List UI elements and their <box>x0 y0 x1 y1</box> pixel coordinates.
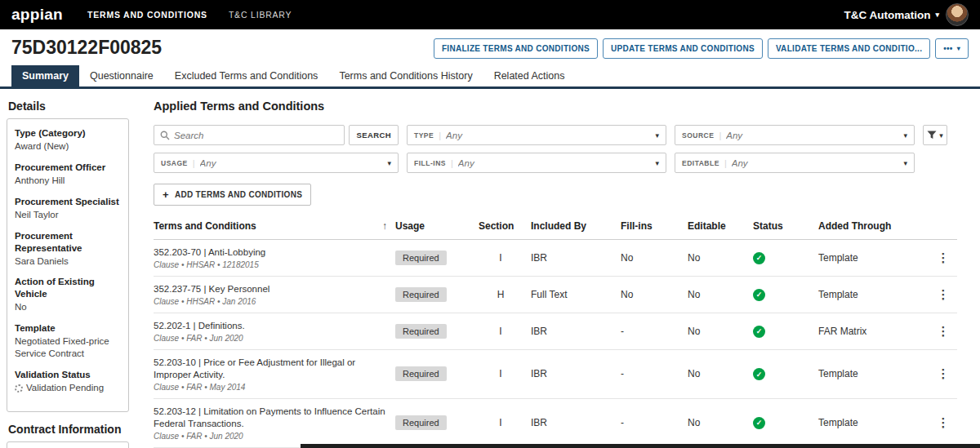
editable-filter-dropdown[interactable]: EDITABLE| Any ▾ <box>675 153 915 173</box>
filter-menu-button[interactable]: ▾ <box>923 125 947 145</box>
status-valid-icon: ✓ <box>753 326 765 338</box>
status-valid-icon: ✓ <box>753 252 765 264</box>
nav-item[interactable]: T&C LIBRARY <box>229 10 292 20</box>
row-menu-icon[interactable]: ⋮ <box>933 415 955 429</box>
actions-cell: ⋮ <box>929 287 957 302</box>
section-cell: I <box>479 326 523 337</box>
usage-cell: Required <box>395 251 470 265</box>
detail-field: Procurement Specialist Neil Taylor <box>15 196 121 221</box>
fill-ins-cell: No <box>621 289 679 300</box>
status-valid-icon: ✓ <box>753 368 765 380</box>
source-filter-dropdown[interactable]: SOURCE| Any ▾ <box>675 125 915 145</box>
type-filter-dropdown[interactable]: TYPE| Any ▾ <box>407 125 666 145</box>
fill-ins-cell: - <box>621 368 679 379</box>
term-link[interactable]: 352.237-75 | Key Personnel <box>154 283 387 295</box>
term-link[interactable]: 52.203-10 | Price or Fee Adjustment for … <box>154 357 387 381</box>
row-menu-icon[interactable]: ⋮ <box>933 324 955 338</box>
usage-cell: Required <box>395 287 470 302</box>
editable-cell: No <box>688 326 745 337</box>
more-actions-button[interactable]: ••• ▾ <box>935 38 969 59</box>
fill-ins-filter-dropdown[interactable]: FILL-INS| Any ▾ <box>407 153 666 173</box>
usage-badge: Required <box>395 287 447 302</box>
column-header-editable[interactable]: Editable <box>688 220 745 232</box>
column-header-included-by[interactable]: Included By <box>531 220 612 232</box>
column-header-fill-ins[interactable]: Fill-ins <box>621 220 679 232</box>
row-menu-icon[interactable]: ⋮ <box>933 251 955 264</box>
fill-ins-cell: - <box>621 326 679 337</box>
field-label: Action of Existing Vehicle <box>15 276 121 300</box>
usage-cell: Required <box>395 415 470 430</box>
term-link[interactable]: 52.202-1 | Definitions. <box>154 320 387 332</box>
included-by-cell: IBR <box>531 252 612 264</box>
appian-logo[interactable]: appian <box>11 6 63 24</box>
table-row: 352.203-70 | Anti-Lobbying Clause • HHSA… <box>154 240 957 277</box>
tab[interactable]: Terms and Conditions History <box>328 65 483 86</box>
field-label: Validation Status <box>15 369 121 381</box>
search-input[interactable] <box>174 131 338 140</box>
avatar[interactable] <box>946 3 969 26</box>
tab-label: Excluded Terms and Conditions <box>175 70 318 82</box>
chevron-down-icon: ▾ <box>903 131 907 140</box>
column-header-status[interactable]: Status <box>753 220 810 232</box>
column-header-added-through[interactable]: Added Through <box>818 220 921 232</box>
section-cell: I <box>479 368 523 379</box>
tab[interactable]: Summary <box>11 65 79 86</box>
detail-field: Validation Status Validation Pending <box>15 369 121 394</box>
page-title: 75D30122F00825 <box>11 37 162 59</box>
included-by-cell: IBR <box>531 417 612 428</box>
app-window: appian TERMS AND CONDITIONS T&C LIBRARY … <box>0 0 980 448</box>
terms-cell: 52.203-12 | Limitation on Payments to In… <box>154 406 387 441</box>
detail-field: Action of Existing Vehicle No <box>15 276 121 313</box>
sort-ascending-icon[interactable]: ↑ <box>382 220 387 232</box>
chevron-down-icon: ▾ <box>957 45 960 52</box>
term-link[interactable]: 352.203-70 | Anti-Lobbying <box>154 246 387 259</box>
check-icon: ✓ <box>756 254 763 262</box>
divider: | <box>193 158 195 168</box>
field-value: Validation Pending <box>15 382 121 394</box>
usage-filter-dropdown[interactable]: USAGE| Any ▾ <box>154 153 399 173</box>
content: Details Type (Category) Award (New) Proc… <box>0 89 980 448</box>
tab[interactable]: Related Actions <box>483 65 576 86</box>
usage-badge: Required <box>395 324 447 339</box>
horizontal-scrollbar[interactable] <box>301 444 980 448</box>
action-button[interactable]: VALIDATE TERMS AND CONDITIO... <box>768 38 930 59</box>
row-menu-icon[interactable]: ⋮ <box>933 287 955 301</box>
chevron-down-icon: ▾ <box>903 159 907 167</box>
row-menu-icon[interactable]: ⋮ <box>933 366 955 380</box>
check-icon: ✓ <box>756 419 763 427</box>
term-link[interactable]: 52.203-12 | Limitation on Payments to In… <box>154 406 387 430</box>
tab[interactable]: Questionnaire <box>79 65 164 86</box>
search-button[interactable]: SEARCH <box>349 125 399 145</box>
field-value-text: Neil Taylor <box>15 210 58 220</box>
divider: | <box>719 131 721 140</box>
term-meta: Clause • FAR • May 2014 <box>154 383 387 392</box>
more-actions-label: ••• <box>943 44 952 53</box>
field-label: Procurement Specialist <box>15 196 121 208</box>
dropdown-label: EDITABLE <box>682 159 719 167</box>
action-button[interactable]: UPDATE TERMS AND CONDITIONS <box>603 38 763 59</box>
record-tabs: Summary Questionnaire Excluded Terms and… <box>0 65 980 89</box>
nav-item-label: TERMS AND CONDITIONS <box>87 10 207 20</box>
status-cell: ✓ <box>753 251 810 264</box>
record-actions: FINALIZE TERMS AND CONDITIONS UPDATE TER… <box>434 38 969 59</box>
usage-badge: Required <box>395 415 447 430</box>
add-terms-label: ADD TERMS AND CONDITIONS <box>175 190 302 199</box>
tab[interactable]: Excluded Terms and Conditions <box>164 65 329 86</box>
action-button[interactable]: FINALIZE TERMS AND CONDITIONS <box>434 38 598 59</box>
included-by-cell: IBR <box>531 326 612 337</box>
field-value: Anthony Hill <box>15 175 121 187</box>
column-header-usage[interactable]: Usage <box>395 220 470 232</box>
detail-field: Procurement Representative Sara Daniels <box>15 230 121 268</box>
add-terms-button[interactable]: + ADD TERMS AND CONDITIONS <box>154 184 311 206</box>
column-header-section[interactable]: Section <box>479 220 523 232</box>
dropdown-label: USAGE <box>161 159 188 167</box>
page-header: 75D30122F00825 FINALIZE TERMS AND CONDIT… <box>0 29 980 60</box>
included-by-cell: Full Text <box>531 289 612 300</box>
user-menu[interactable]: T&C Automation ▾ <box>844 9 939 21</box>
nav-item[interactable]: TERMS AND CONDITIONS <box>87 10 207 20</box>
column-header-terms[interactable]: Terms and Conditions ↑ <box>154 220 387 232</box>
tab-label: Terms and Conditions History <box>339 70 472 82</box>
field-value: No <box>15 301 121 313</box>
usage-cell: Required <box>395 324 470 339</box>
dropdown-value: Any <box>200 158 385 168</box>
